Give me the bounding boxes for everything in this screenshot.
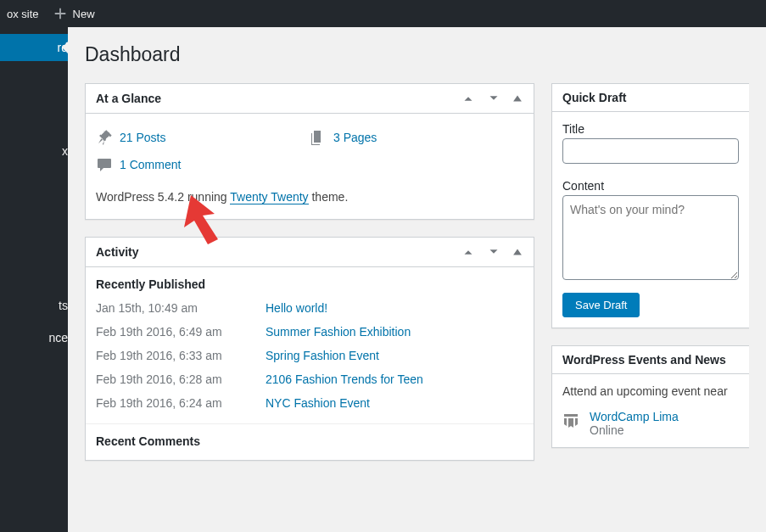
wordcamp-icon (562, 412, 579, 428)
qd-title-input[interactable] (562, 138, 739, 164)
quick-draft-box: Quick Draft Title Content Save Draft (551, 83, 749, 328)
activity-post-link[interactable]: 2106 Fashion Trends for Teen (266, 372, 423, 386)
activity-row: Jan 15th, 10:49 am Hello world! (96, 296, 523, 320)
admin-bar-new-label: New (73, 8, 95, 20)
activity-date: Feb 19th 2016, 6:33 am (96, 349, 266, 362)
qd-content-label: Content (562, 179, 739, 193)
chevron-down-icon[interactable] (486, 91, 501, 106)
glance-pages[interactable]: 3 Pages (310, 129, 523, 146)
triangle-up-icon[interactable] (512, 92, 523, 104)
admin-bar-site-label: ox site (7, 8, 39, 20)
admin-bar-new[interactable]: New (46, 0, 102, 27)
wp-version-line: WordPress 5.4.2 running Twenty Twenty th… (96, 178, 523, 209)
theme-link[interactable]: Twenty Twenty (230, 190, 308, 204)
quick-draft-title: Quick Draft (562, 91, 626, 104)
qd-title-label: Title (562, 122, 739, 136)
events-title: WordPress Events and News (562, 353, 726, 367)
content-area: Dashboard At a Glance 21 (68, 27, 766, 478)
chevron-down-icon[interactable] (486, 244, 501, 260)
activity-date: Feb 19th 2016, 6:24 am (96, 396, 266, 410)
activity-post-link[interactable]: Summer Fashion Exhibition (266, 325, 411, 339)
activity-list: Jan 15th, 10:49 am Hello world! Feb 19th… (86, 296, 534, 423)
activity-date: Jan 15th, 10:49 am (96, 301, 266, 315)
chevron-up-icon[interactable] (461, 244, 476, 260)
activity-row: Feb 19th 2016, 6:28 am 2106 Fashion Tren… (96, 367, 523, 391)
chevron-up-icon[interactable] (461, 91, 476, 106)
glance-comments-link[interactable]: 1 Comment (120, 158, 181, 171)
activity-box: Activity Recently Published Jan 15th, 10… (85, 237, 534, 461)
activity-post-link[interactable]: Hello world! (266, 301, 327, 315)
triangle-up-icon[interactable] (512, 246, 523, 258)
event-item: WordCamp Lima Online (562, 398, 739, 437)
sidebar-item[interactable]: ts (0, 292, 68, 319)
activity-row: Feb 19th 2016, 6:33 am Spring Fashion Ev… (96, 344, 523, 367)
sidebar-item[interactable]: x (0, 137, 68, 165)
glance-comments[interactable]: 1 Comment (96, 156, 310, 173)
at-a-glance-box: At a Glance 21 Posts (85, 83, 534, 220)
admin-bar: ox site New (0, 0, 766, 27)
pushpin-icon (96, 129, 113, 146)
glance-pages-link[interactable]: 3 Pages (333, 131, 377, 144)
sidebar-item[interactable]: nce (0, 324, 68, 351)
glance-posts[interactable]: 21 Posts (96, 129, 310, 146)
save-draft-button[interactable]: Save Draft (562, 293, 640, 317)
comment-icon (96, 156, 113, 173)
activity-post-link[interactable]: NYC Fashion Event (266, 396, 370, 410)
events-box: WordPress Events and News Attend an upco… (551, 345, 749, 448)
admin-sidebar: rd x ts nce (0, 27, 68, 532)
quick-draft-header: Quick Draft (552, 84, 749, 112)
activity-row: Feb 19th 2016, 6:24 am NYC Fashion Event (96, 391, 523, 415)
sidebar-item-dashboard[interactable]: rd (0, 34, 68, 61)
activity-post-link[interactable]: Spring Fashion Event (266, 349, 379, 362)
plus-icon (53, 6, 68, 21)
glance-posts-link[interactable]: 21 Posts (120, 131, 165, 144)
activity-row: Feb 19th 2016, 6:49 am Summer Fashion Ex… (96, 320, 523, 344)
recent-comments-heading: Recent Comments (86, 424, 534, 460)
at-a-glance-title: At a Glance (96, 92, 161, 105)
activity-title: Activity (96, 245, 139, 259)
recently-published-heading: Recently Published (86, 267, 534, 296)
at-a-glance-header: At a Glance (86, 84, 534, 114)
activity-date: Feb 19th 2016, 6:49 am (96, 325, 266, 339)
event-link[interactable]: WordCamp Lima (590, 410, 679, 423)
pages-icon (310, 129, 327, 146)
events-intro: Attend an upcoming event near (562, 384, 739, 398)
admin-bar-site[interactable]: ox site (0, 0, 46, 27)
event-location: Online (590, 423, 623, 437)
activity-date: Feb 19th 2016, 6:28 am (96, 372, 266, 386)
page-title: Dashboard (85, 36, 749, 83)
events-header: WordPress Events and News (552, 346, 749, 374)
activity-header: Activity (86, 238, 534, 267)
qd-content-textarea[interactable] (562, 195, 739, 280)
